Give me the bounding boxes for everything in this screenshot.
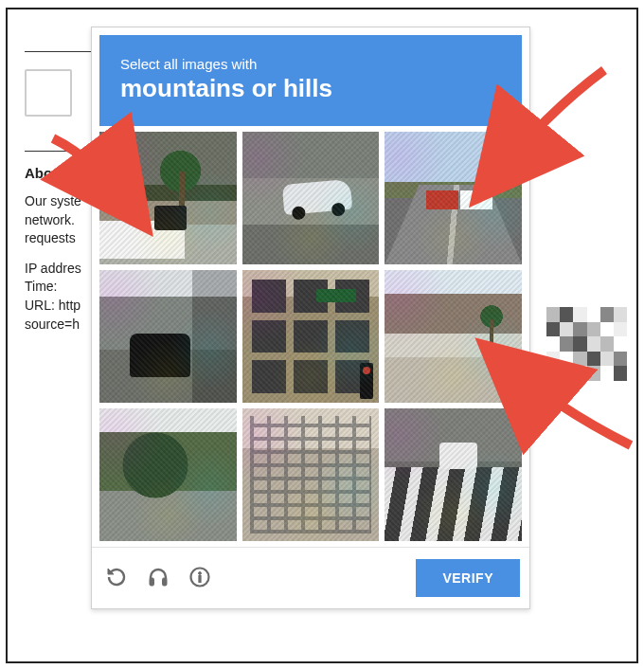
captcha-header: Select all images with mountains or hill… <box>99 35 522 126</box>
captcha-tile-1[interactable] <box>99 132 237 264</box>
captcha-instruction: Select all images with <box>120 56 501 72</box>
captcha-tile-9[interactable] <box>385 408 522 541</box>
svg-rect-1 <box>163 578 168 586</box>
captcha-tile-4[interactable] <box>99 270 237 403</box>
captcha-anchor-checkbox[interactable] <box>25 69 72 117</box>
captcha-footer: VERIFY <box>92 547 529 608</box>
svg-rect-4 <box>199 575 201 582</box>
about-line1: Our syste <box>25 193 81 208</box>
captcha-tile-5[interactable] <box>242 270 380 403</box>
svg-rect-0 <box>150 578 154 586</box>
verify-button[interactable]: VERIFY <box>416 559 520 597</box>
refresh-icon <box>105 566 128 591</box>
about-line3: requests <box>25 230 76 245</box>
captcha-image-grid <box>92 132 529 547</box>
info-icon <box>188 566 211 591</box>
captcha-tile-3[interactable] <box>385 132 522 264</box>
captcha-footer-actions <box>103 565 213 591</box>
page-frame: About th Our syste network. requests IP … <box>6 8 638 663</box>
headphones-icon <box>147 566 170 591</box>
captcha-tile-8[interactable] <box>242 408 380 541</box>
svg-point-3 <box>199 571 202 574</box>
captcha-challenge-panel: Select all images with mountains or hill… <box>91 27 530 609</box>
captcha-tile-6[interactable] <box>385 270 522 403</box>
captcha-tile-7[interactable] <box>99 408 237 541</box>
pixelated-censored-area <box>546 307 627 381</box>
info-button[interactable] <box>187 565 213 591</box>
refresh-button[interactable] <box>103 565 130 591</box>
about-line2: network. <box>25 212 75 227</box>
captcha-subject: mountains or hills <box>120 74 501 103</box>
captcha-tile-2[interactable] <box>242 132 380 264</box>
audio-challenge-button[interactable] <box>145 565 171 591</box>
